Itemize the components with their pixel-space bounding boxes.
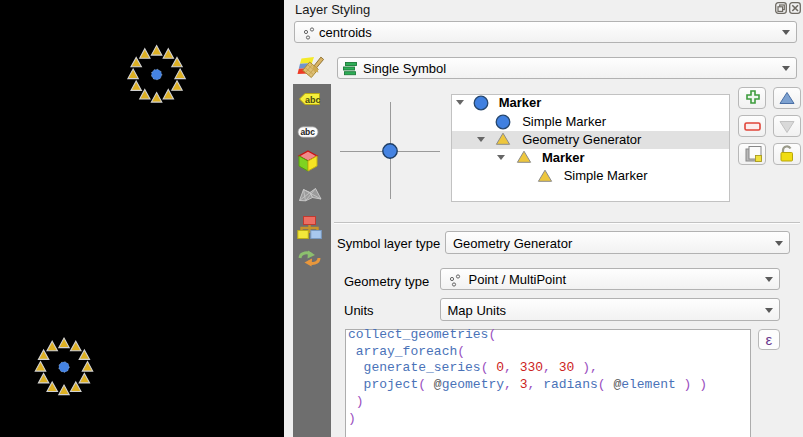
svg-text:abc: abc bbox=[305, 94, 321, 104]
svg-text:abc: abc bbox=[300, 127, 315, 137]
